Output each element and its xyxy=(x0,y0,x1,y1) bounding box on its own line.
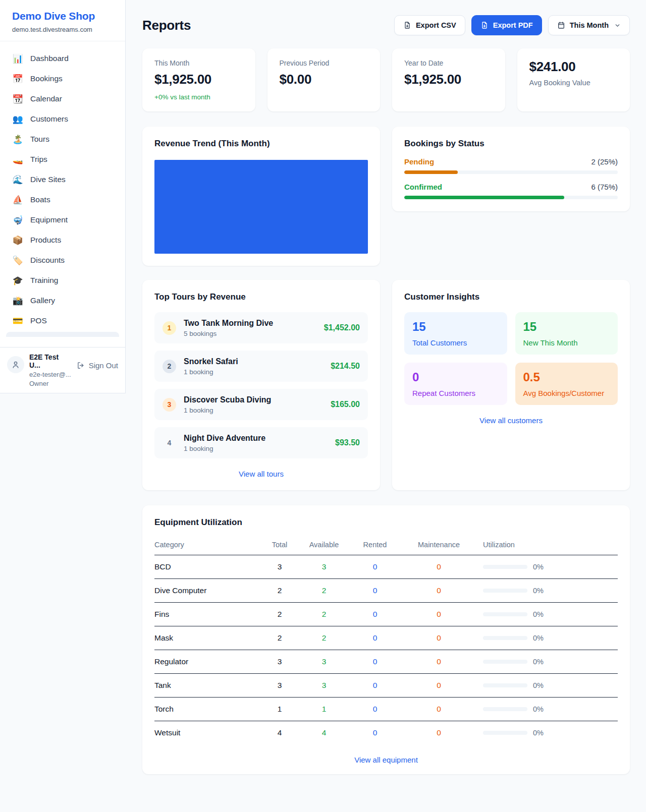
sidebar-item-calendar[interactable]: 📆 Calendar xyxy=(6,89,119,109)
equipment-maintenance: 0 xyxy=(403,657,475,666)
sidebar-item-customers[interactable]: 👥 Customers xyxy=(6,109,119,129)
utilization-track xyxy=(483,589,527,593)
sidebar-item-bookings[interactable]: 📅 Bookings xyxy=(6,69,119,89)
sidebar-nav: 📊 Dashboard 📅 Bookings 📆 Calendar 👥 Cust… xyxy=(0,41,125,331)
export-pdf-button[interactable]: Export PDF xyxy=(471,15,542,35)
insight-value: 0.5 xyxy=(523,370,610,384)
equipment-total: 3 xyxy=(258,681,301,690)
utilization-percent: 0% xyxy=(533,610,544,618)
shop-domain: demo.test.divestreams.com xyxy=(12,26,113,33)
sidebar-item-label: Bookings xyxy=(30,74,63,83)
sidebar-item-equipment[interactable]: 🤿 Equipment xyxy=(6,210,119,230)
utilization-cell: 0% xyxy=(475,705,618,713)
insight-label: New This Month xyxy=(523,338,610,347)
sidebar-item-label: Dive Sites xyxy=(30,175,66,184)
rank-badge: 1 xyxy=(163,321,176,335)
sign-out-label: Sign Out xyxy=(89,361,118,370)
sidebar-item-label: Boats xyxy=(30,195,50,204)
sign-out-button[interactable]: Sign Out xyxy=(77,361,118,370)
sidebar-item-dive-sites[interactable]: 🌊 Dive Sites xyxy=(6,169,119,190)
rank-badge: 2 xyxy=(163,360,176,373)
stat-label: Year to Date xyxy=(404,59,493,67)
sidebar-item-gallery[interactable]: 📸 Gallery xyxy=(6,291,119,311)
sidebar-item-training[interactable]: 🎓 Training xyxy=(6,270,119,291)
sidebar-item-dashboard[interactable]: 📊 Dashboard xyxy=(6,48,119,69)
sidebar-item-label: Dashboard xyxy=(30,54,69,63)
export-csv-button[interactable]: Export CSV xyxy=(394,15,465,35)
status-row: Pending 2 (25%) xyxy=(404,157,618,174)
stat-label: Avg Booking Value xyxy=(529,79,618,87)
bookings-by-status-card: Bookings by Status Pending 2 (25%) xyxy=(392,127,630,211)
sidebar-item-discounts[interactable]: 🏷️ Discounts xyxy=(6,250,119,270)
charts-row: Revenue Trend (This Month) Bookings by S… xyxy=(142,127,630,266)
stat-value: $1,925.00 xyxy=(404,72,493,87)
utilization-percent: 0% xyxy=(533,563,544,571)
equipment-row-bcd: BCD 3 3 0 0 0% xyxy=(154,555,618,579)
sidebar-item-tours[interactable]: 🏝️ Tours xyxy=(6,129,119,149)
tour-revenue: $93.50 xyxy=(335,438,360,447)
stat-card-this-month: This Month $1,925.00 +0% vs last month xyxy=(142,48,255,111)
export-csv-label: Export CSV xyxy=(416,21,456,29)
equipment-icon: 🤿 xyxy=(12,216,23,224)
equipment-total: 2 xyxy=(258,610,301,619)
equipment-total: 3 xyxy=(258,562,301,571)
period-dropdown[interactable]: This Month xyxy=(548,15,630,35)
equipment-row-regulator: Regulator 3 3 0 0 0% xyxy=(154,650,618,674)
page-title: Reports xyxy=(142,18,191,33)
tour-row-two-tank-morning-dive: 1 Two Tank Morning Dive 5 bookings $1,45… xyxy=(154,312,368,343)
insight-tile-repeat-customers: 0 Repeat Customers xyxy=(404,363,507,405)
file-download-icon xyxy=(480,21,489,29)
avatar xyxy=(7,356,24,373)
col-rented: Rented xyxy=(347,541,403,549)
sidebar-item-trips[interactable]: 🚤 Trips xyxy=(6,149,119,169)
file-download-icon xyxy=(403,21,411,29)
view-all-customers-link[interactable]: View all customers xyxy=(404,416,618,425)
sidebar-item-pos[interactable]: 💳 POS xyxy=(6,311,119,331)
equipment-category: Tank xyxy=(154,681,258,690)
sidebar-item-products[interactable]: 📦 Products xyxy=(6,230,119,250)
customer-insights-card: Customer Insights 15 Total Customers 15 … xyxy=(392,280,630,490)
status-count: 2 (25%) xyxy=(591,157,618,166)
utilization-percent: 0% xyxy=(533,658,544,666)
stat-card-avg-booking-value: $241.00 Avg Booking Value xyxy=(517,48,630,111)
col-total: Total xyxy=(258,541,301,549)
discounts-icon: 🏷️ xyxy=(12,256,23,265)
view-all-tours-link[interactable]: View all tours xyxy=(154,470,368,478)
equipment-table: Category Total Available Rented Maintena… xyxy=(154,536,618,744)
sidebar-item-reports-partial[interactable] xyxy=(6,332,119,337)
equipment-available: 2 xyxy=(301,610,347,619)
stat-label: This Month xyxy=(154,59,243,67)
tour-list: 1 Two Tank Morning Dive 5 bookings $1,45… xyxy=(154,312,368,458)
tour-revenue: $1,452.00 xyxy=(324,323,360,332)
tour-info: Snorkel Safari 1 booking xyxy=(184,357,238,376)
shop-name: Demo Dive Shop xyxy=(12,10,113,22)
tour-info: Night Dive Adventure 1 booking xyxy=(184,434,265,452)
pos-icon: 💳 xyxy=(12,317,23,325)
sidebar-item-boats[interactable]: ⛵ Boats xyxy=(6,190,119,210)
sidebar-item-label: Customers xyxy=(30,114,68,124)
tour-name: Discover Scuba Diving xyxy=(184,395,271,404)
sign-out-icon xyxy=(77,361,85,370)
equipment-rented: 0 xyxy=(347,705,403,714)
insight-value: 0 xyxy=(412,370,499,384)
chevron-down-icon xyxy=(614,22,621,29)
customer-insights-title: Customer Insights xyxy=(404,292,618,302)
utilization-track xyxy=(483,683,527,687)
sidebar-item-label: Equipment xyxy=(30,215,68,224)
sidebar-item-label: Training xyxy=(30,276,58,285)
sidebar-item-label: Calendar xyxy=(30,94,62,103)
utilization-track xyxy=(483,731,527,735)
utilization-track xyxy=(483,612,527,616)
calendar-icon: 📆 xyxy=(12,95,23,103)
status-count: 6 (75%) xyxy=(591,183,618,191)
status-row: Confirmed 6 (75%) xyxy=(404,183,618,199)
tour-revenue: $165.00 xyxy=(331,400,360,409)
trips-icon: 🚤 xyxy=(12,155,23,164)
training-icon: 🎓 xyxy=(12,276,23,285)
view-all-equipment-link[interactable]: View all equipment xyxy=(154,756,618,764)
equipment-row-dive-computer: Dive Computer 2 2 0 0 0% xyxy=(154,579,618,603)
equipment-total: 2 xyxy=(258,586,301,595)
equipment-total: 4 xyxy=(258,728,301,737)
equipment-available: 3 xyxy=(301,681,347,690)
col-available: Available xyxy=(301,541,347,549)
